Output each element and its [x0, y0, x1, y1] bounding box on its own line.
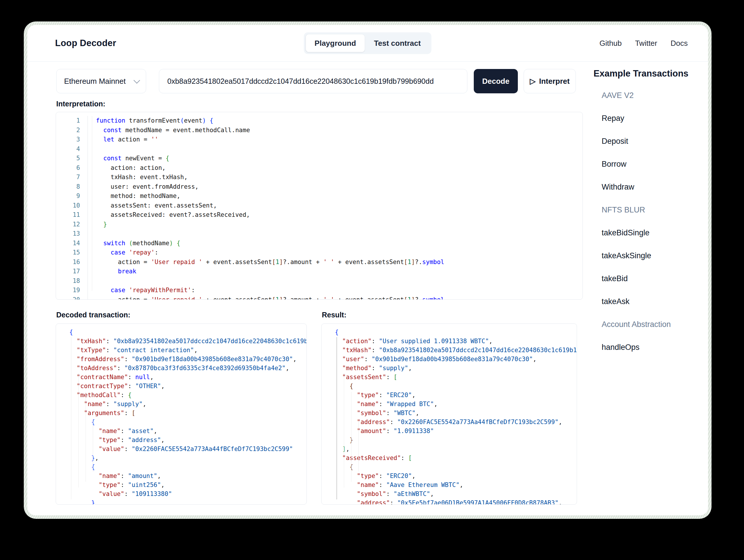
example-transaction-takebid[interactable]: takeBid [594, 274, 695, 283]
example-transaction-handleops[interactable]: handleOps [594, 343, 695, 352]
decode-button[interactable]: Decode [474, 69, 518, 94]
code-line: 18 [56, 276, 583, 286]
line-number: 15 [56, 248, 88, 257]
json-line: "txType": "contract interaction", [69, 346, 306, 355]
nav-links: Github Twitter Docs [600, 39, 688, 48]
line-number: 16 [56, 257, 88, 267]
example-transaction-deposit[interactable]: Deposit [594, 137, 695, 146]
example-transaction-takeasksingle[interactable]: takeAskSingle [594, 251, 695, 260]
decoded-label: Decoded transaction: [56, 311, 131, 319]
line-number: 10 [56, 201, 88, 211]
code-editor[interactable]: 1function transformEvent(event) {2 const… [56, 112, 583, 300]
json-line: "address": "0x5Ee5bf7ae06D1Be5997A1A4500… [335, 498, 577, 505]
result-panel[interactable]: { "action": "User supplied 1.0911338 WBT… [321, 324, 577, 505]
line-number: 13 [56, 229, 88, 238]
json-line: } [335, 436, 577, 445]
network-select-value: Ethereum Mainnet [64, 77, 125, 86]
result-label: Result: [322, 311, 346, 319]
line-number: 5 [56, 154, 88, 163]
json-line: "name": "amount", [69, 472, 306, 481]
json-line: { [335, 382, 577, 391]
json-line: { [69, 328, 306, 337]
mode-switcher: Playground Test contract [304, 33, 432, 54]
code-line: 19 case 'repayWithPermit': [56, 286, 583, 295]
json-line: "contractType": "OTHER", [69, 382, 306, 391]
code-line: 9 method: methodName, [56, 191, 583, 201]
app-title: Loop Decoder [55, 38, 116, 48]
json-line: { [69, 462, 306, 472]
json-line: "name": "asset", [69, 427, 306, 436]
json-line: "name": "Aave Ethereum WBTC", [335, 481, 577, 490]
interpret-button-label: Interpret [539, 77, 569, 86]
example-transaction-repay[interactable]: Repay [594, 114, 695, 123]
code-line: 11 assetsReceived: event?.assetsReceived… [56, 210, 583, 220]
json-line: "method": "supply", [335, 364, 577, 373]
github-link[interactable]: Github [600, 39, 622, 48]
json-line: "methodCall": { [69, 391, 306, 400]
tx-hash-input[interactable] [159, 69, 468, 94]
example-section-heading: AAVE V2 [594, 91, 695, 100]
line-number: 4 [56, 144, 88, 154]
indent-guide [351, 392, 351, 482]
example-section: NFTS BLURtakeBidSingletakeAskSingletakeB… [594, 206, 695, 306]
example-section: Account AbstractionhandleOps [594, 320, 695, 352]
json-line: "value": "0x2260FAC5E5542a773Aa44fBCfeDf… [69, 445, 306, 454]
line-number: 20 [56, 295, 88, 300]
example-transaction-withdraw[interactable]: Withdraw [594, 183, 695, 192]
interpret-button[interactable]: ▷ Interpret [524, 69, 576, 94]
indent-guide [344, 373, 344, 488]
line-number: 9 [56, 191, 88, 201]
app-card: Loop Decoder Playground Test contract Gi… [27, 25, 708, 515]
json-line: "name": "Wrapped BTC", [335, 400, 577, 409]
line-number: 7 [56, 173, 88, 182]
line-number: 2 [56, 125, 88, 135]
tab-playground[interactable]: Playground [306, 35, 365, 52]
tab-test-contract[interactable]: Test contract [365, 35, 430, 52]
indent-guide [71, 337, 71, 499]
code-editor-lines: 1function transformEvent(event) {2 const… [56, 112, 583, 300]
code-line: 2 const methodName = event.methodCall.na… [56, 125, 583, 135]
code-line: 17 break [56, 267, 583, 276]
json-line: ], [335, 445, 577, 454]
json-line: "type": "ERC20", [335, 391, 577, 400]
json-line: { [335, 328, 577, 337]
json-line: "fromAddress": "0x901bd9ef18da00b43985b6… [69, 355, 306, 364]
example-section-heading: Account Abstraction [594, 320, 695, 329]
network-select[interactable]: Ethereum Mainnet [56, 69, 146, 94]
json-line: "type": "address", [69, 436, 306, 445]
sidebar-title: Example Transactions [594, 68, 695, 79]
code-line: 6 action: action, [56, 163, 583, 173]
code-line: 15 case 'repay': [56, 248, 583, 257]
code-line: 1function transformEvent(event) { [56, 116, 583, 125]
code-line: 8 user: event.fromAddress, [56, 182, 583, 192]
twitter-link[interactable]: Twitter [635, 39, 657, 48]
line-number: 6 [56, 163, 88, 173]
example-transaction-takeask[interactable]: takeAsk [594, 297, 695, 306]
code-line: 14 switch (methodName) { [56, 238, 583, 248]
json-line: "symbol": "aEthWBTC", [335, 490, 577, 498]
code-line: 13 [56, 229, 583, 238]
json-line: } [69, 498, 306, 505]
json-line: "arguments": [ [69, 409, 306, 418]
line-number: 14 [56, 238, 88, 248]
json-line: "address": "0x2260FAC5E5542a773Aa44fBCfe… [335, 418, 577, 427]
json-line: { [69, 418, 306, 427]
code-line: 16 action = 'User repaid ' + event.asset… [56, 257, 583, 267]
window-frame: Loop Decoder Playground Test contract Gi… [24, 22, 711, 519]
decoded-transaction-panel[interactable]: { "txHash": "0xb8a923541802ea5017ddccd2c… [56, 324, 307, 505]
play-icon: ▷ [530, 77, 535, 86]
example-transaction-takebidsingle[interactable]: takeBidSingle [594, 228, 695, 237]
example-transaction-borrow[interactable]: Borrow [594, 160, 695, 169]
json-line: "assetsReceived": [ [335, 454, 577, 462]
line-number: 1 [56, 116, 88, 125]
json-line: "assetsSent": [ [335, 373, 577, 382]
json-line: "txHash": "0xb8a923541802ea5017ddccd2c10… [335, 346, 577, 355]
docs-link[interactable]: Docs [671, 39, 688, 48]
code-line: 3 let action = '' [56, 135, 583, 144]
indent-guide [358, 419, 359, 472]
indent-guide [337, 337, 337, 499]
code-line: 20 action = 'User repaid ' + event.asset… [56, 295, 583, 300]
interpretation-label: Interpretation: [56, 100, 105, 108]
json-line: "amount": "1.0911338" [335, 427, 577, 436]
line-number: 19 [56, 286, 88, 295]
